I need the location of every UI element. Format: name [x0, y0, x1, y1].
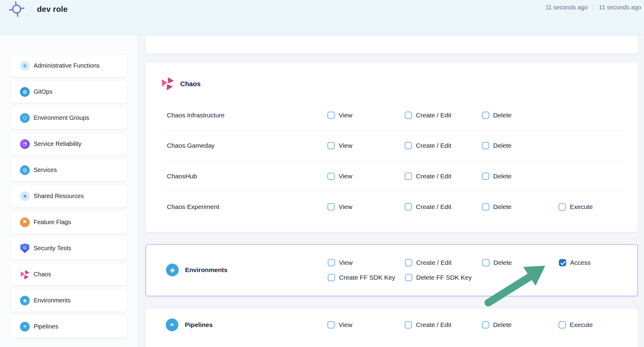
resource-sidebar: ⚙ Administrative Functions ◍ GitOps ⚇ En… — [0, 35, 138, 347]
permission-view: View — [327, 142, 352, 149]
delete-checkbox[interactable] — [482, 173, 489, 180]
permission-view: View — [327, 321, 352, 328]
view-checkbox[interactable] — [328, 259, 335, 266]
delete-ff-sdk-key-checkbox[interactable] — [405, 274, 412, 281]
sidebar-item-administrative-functions[interactable]: ⚙ Administrative Functions — [10, 54, 127, 77]
create-edit-checkbox[interactable] — [405, 259, 412, 266]
permission-delete: Delete — [482, 321, 512, 328]
create-edit-checkbox[interactable] — [405, 203, 412, 211]
sidebar-item-label: Pipelines — [34, 323, 58, 330]
permission-create-edit: Create / Edit — [405, 142, 451, 149]
checkbox-label: Delete — [493, 259, 512, 266]
target-icon — [8, 1, 25, 18]
sidebar-item-label: Services — [34, 167, 57, 174]
checkbox-label: Delete — [493, 142, 512, 149]
row-divider — [164, 161, 626, 162]
checkbox-label: Create / Edit — [416, 112, 451, 119]
sidebar-item-feature-flags[interactable]: ⚑ Feature Flags — [10, 211, 127, 234]
create-edit-checkbox[interactable] — [405, 112, 412, 119]
permission-create-edit: Create / Edit — [405, 173, 451, 180]
sidebar-item-chaos[interactable]: Chaos — [10, 263, 127, 286]
permission-view: View — [327, 112, 352, 119]
permission-create-edit: Create / Edit — [405, 259, 452, 266]
checkbox-label: Create / Edit — [416, 142, 451, 149]
checkbox-label: View — [339, 321, 352, 328]
checkbox-label: Create / Edit — [416, 173, 451, 180]
permission-create-ff-sdk-key: Create FF SDK Key — [328, 274, 395, 281]
sidebar-item-services[interactable]: ◎ Services — [10, 159, 127, 181]
gitops-icon: ◍ — [20, 87, 30, 97]
delete-checkbox[interactable] — [482, 142, 489, 149]
row-divider — [164, 192, 626, 192]
sidebar-item-label: Environments — [34, 297, 71, 304]
sidebar-item-service-reliability[interactable]: ◔ Service Reliability — [10, 133, 127, 155]
create-edit-checkbox[interactable] — [405, 142, 412, 149]
security-shield-icon: ⚲ — [20, 244, 30, 253]
delete-checkbox[interactable] — [482, 203, 489, 211]
sidebar-item-shared-resources[interactable]: ❖ Shared Resources — [10, 185, 127, 207]
timestamp-divider — [593, 3, 593, 12]
pipelines-permissions-card: ⚭ Pipelines View Create / Edit Delete Ex… — [145, 308, 638, 347]
permission-view: View — [327, 203, 352, 211]
section-title: Environments — [185, 266, 227, 274]
sidebar-item-label: Environment Groups — [34, 114, 89, 121]
sidebar-item-pipelines[interactable]: ⚭ Pipelines — [10, 315, 127, 338]
view-checkbox[interactable] — [327, 321, 335, 328]
row-divider — [164, 131, 626, 131]
sidebar-item-gitops[interactable]: ◍ GitOps — [10, 80, 127, 103]
checkbox-label: View — [339, 173, 352, 180]
permission-create-edit: Create / Edit — [405, 203, 451, 211]
sidebar-item-label: Feature Flags — [34, 219, 71, 226]
delete-checkbox[interactable] — [482, 259, 490, 266]
sidebar-item-label: Chaos — [34, 271, 51, 278]
view-checkbox[interactable] — [327, 203, 335, 211]
view-checkbox[interactable] — [327, 173, 335, 180]
gear-icon: ⚙ — [20, 61, 30, 71]
pipelines-icon: ⚭ — [166, 318, 178, 331]
checkbox-label: Execute — [570, 203, 593, 211]
resource-label: Chaos Experiment — [167, 203, 219, 211]
chaos-pinwheel-icon — [20, 270, 30, 279]
checkbox-label: Create / Edit — [416, 203, 451, 211]
section-title: Chaos — [180, 80, 201, 88]
checkbox-label: Execute — [570, 321, 593, 328]
permission-delete: Delete — [482, 142, 512, 149]
view-checkbox[interactable] — [327, 142, 335, 149]
feature-flags-icon: ⚑ — [20, 217, 30, 227]
permission-view: View — [328, 259, 353, 266]
access-checkbox[interactable] — [559, 259, 566, 266]
section-title: Pipelines — [185, 321, 213, 328]
execute-checkbox[interactable] — [559, 203, 566, 211]
view-checkbox[interactable] — [327, 112, 335, 119]
execute-checkbox[interactable] — [559, 321, 566, 328]
environment-groups-icon: ⚇ — [20, 113, 30, 123]
sidebar-item-security-tests[interactable]: ⚲ Security Tests — [10, 237, 127, 260]
page-header: dev role 11 seconds ago 11 seconds ago — [0, 0, 644, 35]
create-edit-checkbox[interactable] — [405, 321, 412, 328]
permission-delete: Delete — [482, 259, 512, 266]
checkbox-label: Delete FF SDK Key — [416, 274, 472, 281]
delete-checkbox[interactable] — [482, 321, 489, 328]
page-title: dev role — [37, 5, 68, 14]
shared-resources-icon: ❖ — [20, 191, 30, 201]
partial-card-top — [145, 35, 638, 54]
delete-checkbox[interactable] — [482, 112, 489, 119]
sidebar-item-environments[interactable]: ◈ Environments — [10, 289, 127, 312]
permission-delete-ff-sdk-key: Delete FF SDK Key — [405, 274, 472, 281]
sidebar-item-environment-groups[interactable]: ⚇ Environment Groups — [10, 106, 127, 129]
sidebar-item-label: Service Reliability — [34, 140, 81, 147]
permission-access: Access — [559, 259, 591, 266]
checkbox-label: Create / Edit — [416, 321, 451, 328]
services-icon: ◎ — [20, 165, 30, 175]
create-edit-checkbox[interactable] — [405, 173, 412, 180]
sidebar-item-label: Security Tests — [34, 245, 71, 252]
create-ff-sdk-key-checkbox[interactable] — [328, 274, 335, 281]
permission-delete: Delete — [482, 173, 512, 180]
created-timestamp: 11 seconds ago — [599, 4, 641, 11]
permission-delete: Delete — [482, 203, 512, 211]
permission-execute: Execute — [559, 321, 593, 328]
sidebar-item-label: GitOps — [34, 88, 52, 95]
service-reliability-icon: ◔ — [20, 139, 30, 149]
permission-execute: Execute — [559, 203, 593, 211]
updated-timestamp: 11 seconds ago — [546, 4, 588, 11]
